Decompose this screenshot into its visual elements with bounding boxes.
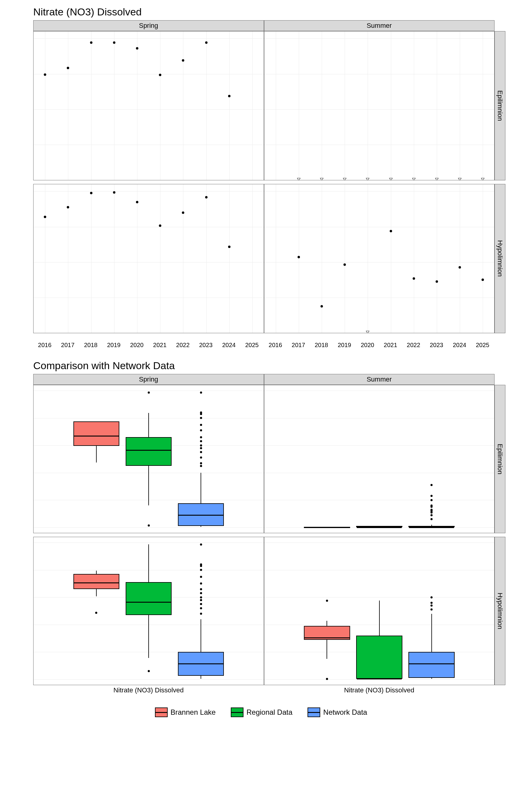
panel-summer-epi [264, 31, 495, 180]
data-point [44, 74, 46, 76]
legend-item-regional: Regional Data [231, 708, 293, 717]
data-point [90, 41, 93, 44]
chart2-title: Comparison with Network Data [33, 360, 510, 371]
boxplot-facet-chart: Comparison with Network Data Results (mg… [12, 360, 510, 717]
legend-swatch-regional [231, 708, 243, 717]
boxplot-box [178, 503, 224, 526]
boxplot-box [74, 421, 119, 446]
boxplot-box [356, 635, 402, 679]
panel2-summer-epi [264, 385, 495, 533]
data-point [136, 201, 138, 203]
strip-hypo: Hypolimnion [495, 184, 505, 333]
chart1-title: Nitrate (NO3) Dissolved [33, 6, 510, 18]
legend-item-brannen: Brannen Lake [155, 708, 216, 717]
data-point [390, 230, 392, 232]
boxplot-box [74, 574, 119, 589]
chart1-xticks: 2016201720182019202020212022202320242025… [33, 341, 495, 351]
data-point [412, 178, 416, 180]
data-point [205, 196, 207, 199]
strip2-hypo: Hypolimnion [495, 537, 505, 685]
data-point [366, 178, 369, 180]
data-point [458, 178, 462, 180]
chart2-xticks: Nitrate (NO3) Dissolved Nitrate (NO3) Di… [33, 685, 495, 695]
data-point [482, 279, 484, 281]
chart2-grid: Spring Summer 0.00.10.20.30.40.5 Epilimn… [33, 374, 505, 685]
panel-summer-hypo [264, 184, 495, 333]
data-point [90, 192, 93, 194]
data-point [205, 41, 207, 44]
strip-spring: Spring [33, 20, 264, 31]
data-point [481, 178, 484, 180]
boxplot-box [126, 582, 172, 615]
strip2-spring: Spring [33, 374, 264, 385]
legend-swatch-brannen [155, 708, 168, 717]
boxplot-box [178, 652, 224, 676]
boxplot-box [356, 526, 402, 527]
strip-epi: Epilimnion [495, 31, 505, 180]
data-point [321, 305, 323, 307]
data-point [113, 191, 115, 194]
legend-item-network: Network Data [307, 708, 367, 717]
legend: Brannen Lake Regional Data Network Data [12, 708, 510, 717]
boxplot-box [304, 527, 350, 528]
strip2-epi: Epilimnion [495, 385, 505, 533]
panel2-summer-hypo [264, 537, 495, 685]
data-point [413, 277, 415, 280]
data-point [436, 280, 438, 283]
data-point [228, 95, 230, 97]
data-point [182, 59, 184, 62]
data-point [298, 256, 300, 258]
data-point [182, 211, 184, 214]
boxplot-box [408, 526, 454, 527]
chart1-grid: Spring Summer 0.00.10.20.30.4 Epilimnion… [33, 20, 505, 341]
data-point [67, 67, 69, 69]
data-point [113, 41, 115, 44]
data-point [44, 216, 46, 218]
data-point [459, 266, 461, 268]
boxplot-box [408, 652, 454, 678]
data-point [320, 178, 323, 180]
data-point [136, 47, 138, 49]
data-point [435, 178, 439, 180]
data-point [159, 74, 161, 76]
strip2-summer: Summer [264, 374, 495, 385]
strip-summer: Summer [264, 20, 495, 31]
scatter-facet-chart: Nitrate (NO3) Dissolved Result (mg/L) Sp… [12, 6, 510, 351]
data-point [228, 246, 230, 248]
boxplot-box [126, 437, 172, 466]
legend-swatch-network [307, 708, 320, 717]
panel-spring-hypo: 0.00.10.20.30.4 [33, 184, 264, 333]
panel2-spring-epi: 0.00.10.20.30.40.5 [33, 385, 264, 533]
data-point [297, 178, 301, 180]
boxplot-box [304, 626, 350, 640]
panel-spring-epi: 0.00.10.20.30.4 [33, 31, 264, 180]
data-point [343, 178, 346, 180]
data-point [343, 263, 346, 266]
data-point [366, 331, 369, 333]
data-point [389, 178, 393, 180]
data-point [67, 206, 69, 208]
panel2-spring-hypo: 0.00.10.20.30.40.5 [33, 537, 264, 685]
